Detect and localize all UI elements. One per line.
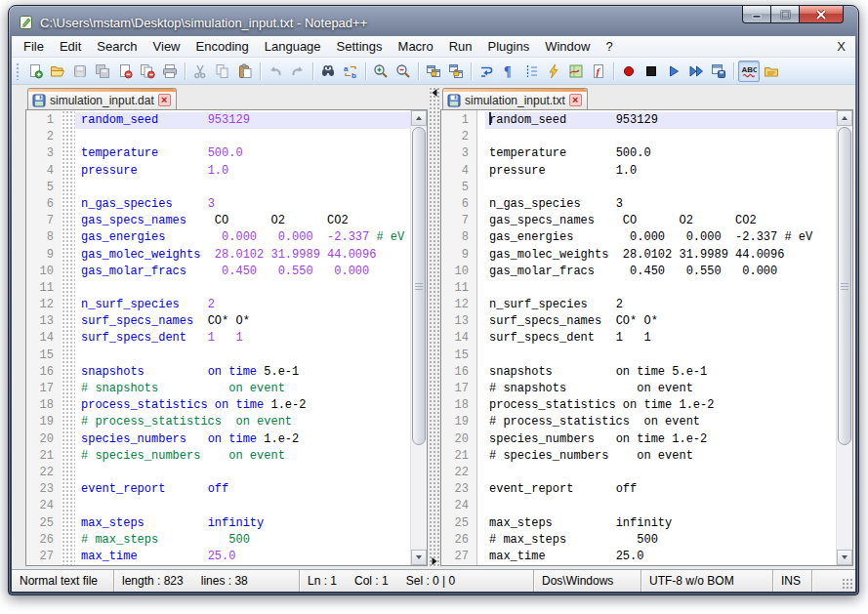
scroll-down-arrow[interactable] <box>411 550 427 565</box>
sync-horizontal-scroll-button[interactable] <box>445 61 467 82</box>
code-text[interactable]: species_numbers on time 1.e-2 <box>485 431 836 448</box>
function-list-button[interactable]: f <box>588 61 609 82</box>
paste-button[interactable] <box>234 61 256 82</box>
code-text[interactable]: temperature 500.0 <box>485 145 836 162</box>
code-text[interactable]: gas_specs_names CO O2 CO2 <box>75 213 410 229</box>
code-text[interactable]: max_steps infinity <box>485 515 836 532</box>
code-text[interactable]: surf_specs_names CO* O* <box>485 313 836 330</box>
code-text[interactable] <box>485 180 836 196</box>
close-document-button[interactable] <box>114 61 136 82</box>
code-text[interactable]: gas_molec_weights 28.0102 31.9989 44.009… <box>485 247 836 264</box>
macro-run-multiple-button[interactable] <box>685 61 707 82</box>
splitter-collapse-right-icon[interactable] <box>432 557 436 565</box>
document-map-button[interactable] <box>565 61 587 82</box>
menu-item-macro[interactable]: Macro <box>391 38 441 55</box>
code-text[interactable]: max_steps infinity <box>75 515 410 532</box>
code-text[interactable]: surf_specs_dent 1 1 <box>485 330 836 347</box>
menu-item-help[interactable]: ? <box>598 38 620 55</box>
macro-playback-button[interactable] <box>663 61 684 82</box>
window-resize-grip[interactable] <box>842 578 853 590</box>
code-text[interactable] <box>485 280 836 297</box>
redo-button[interactable] <box>287 61 309 82</box>
code-text[interactable]: snapshots on time 5.e-1 <box>75 364 410 381</box>
show-all-characters-button[interactable]: ¶ <box>498 61 519 82</box>
text-editor-dat[interactable]: 1random_seed 95312923temperature 500.04p… <box>25 109 428 566</box>
open-folder-button[interactable] <box>47 61 68 82</box>
splitter-collapse-left-icon[interactable] <box>432 89 436 97</box>
code-text[interactable]: max_time 25.0 <box>485 549 836 565</box>
code-text[interactable] <box>75 280 410 297</box>
copy-button[interactable] <box>212 61 233 82</box>
undo-button[interactable] <box>265 61 286 82</box>
code-text[interactable]: surf_specs_names CO* O* <box>75 313 410 330</box>
tab-simulation-input-txt[interactable]: simulation_input.txt <box>442 88 588 109</box>
scroll-up-arrow[interactable] <box>411 110 427 126</box>
status-typing-mode[interactable]: INS <box>772 570 811 592</box>
code-text[interactable]: gas_energies 0.000 0.000 -2.337 # eV <box>485 229 836 246</box>
scroll-up-arrow[interactable] <box>837 110 852 126</box>
close-button[interactable] <box>800 6 844 23</box>
minimize-button[interactable] <box>742 6 771 23</box>
scrollbar-thumb[interactable] <box>412 127 426 445</box>
restore-button[interactable] <box>771 6 800 23</box>
text-editor-txt[interactable]: 1random_seed 95312923temperature 500.04p… <box>440 109 853 566</box>
code-text[interactable] <box>75 348 410 364</box>
macro-record-button[interactable] <box>618 61 640 82</box>
code-text[interactable]: # process_statistics on event <box>485 414 836 430</box>
code-text[interactable]: # max_steps 500 <box>75 532 410 549</box>
status-encoding[interactable]: UTF-8 w/o BOM <box>641 570 772 592</box>
explorer-folder-button[interactable] <box>761 61 782 82</box>
code-text[interactable]: process_statistics on time 1.e-2 <box>485 397 836 414</box>
show-indent-guide-button[interactable] <box>520 61 542 82</box>
menu-item-encoding[interactable]: Encoding <box>188 38 257 55</box>
title-bar[interactable]: C:\Users\mstam\Desktop\simulation_input.… <box>12 9 855 36</box>
code-area[interactable]: 1random_seed 95312923temperature 500.04p… <box>441 110 836 565</box>
menu-item-file[interactable]: File <box>16 38 52 55</box>
code-text[interactable]: # snapshots on event <box>75 381 410 397</box>
tab-close-icon[interactable] <box>569 94 582 106</box>
code-text[interactable]: surf_specs_dent 1 1 <box>75 330 410 347</box>
code-text[interactable]: event_report off <box>485 481 836 498</box>
menu-item-run[interactable]: Run <box>441 38 480 55</box>
macro-save-button[interactable] <box>708 61 729 82</box>
code-text[interactable]: n_gas_species 3 <box>75 196 410 213</box>
code-text[interactable] <box>75 498 410 514</box>
code-text[interactable]: # species_numbers on event <box>75 448 410 465</box>
code-text[interactable]: gas_molar_fracs 0.450 0.550 0.000 <box>485 264 836 280</box>
code-area[interactable]: 1random_seed 95312923temperature 500.04p… <box>26 110 410 565</box>
macro-stop-button[interactable] <box>641 61 662 82</box>
code-text[interactable]: pressure 1.0 <box>75 163 410 180</box>
code-text[interactable] <box>75 129 410 145</box>
code-text[interactable]: # process_statistics on event <box>75 414 410 430</box>
sync-vertical-scroll-button[interactable] <box>423 61 444 82</box>
code-text[interactable]: gas_molec_weights 28.0102 31.9989 44.009… <box>75 247 410 264</box>
code-text[interactable] <box>485 498 836 514</box>
save-button[interactable] <box>69 61 91 82</box>
print-button[interactable] <box>159 61 181 82</box>
tab-close-icon[interactable] <box>158 94 171 106</box>
menu-item-edit[interactable]: Edit <box>52 38 89 55</box>
code-text[interactable] <box>485 129 836 145</box>
code-text[interactable]: # species_numbers on event <box>485 448 836 465</box>
cut-button[interactable] <box>189 61 211 82</box>
code-text[interactable]: # max_steps 500 <box>485 532 836 549</box>
code-text[interactable] <box>75 465 410 481</box>
menu-item-window[interactable]: Window <box>537 38 598 55</box>
code-text[interactable]: event_report off <box>75 481 410 498</box>
menu-item-language[interactable]: Language <box>257 38 329 55</box>
code-text[interactable]: species_numbers on time 1.e-2 <box>75 431 410 448</box>
menu-item-plugins[interactable]: Plugins <box>480 38 538 55</box>
code-text[interactable]: max_time 25.0 <box>75 549 410 565</box>
code-text[interactable]: n_surf_species 2 <box>485 297 836 313</box>
code-text[interactable] <box>485 348 836 364</box>
code-text[interactable]: gas_molar_fracs 0.450 0.550 0.000 <box>75 264 410 280</box>
tab-simulation-input-dat[interactable]: simulation_input.dat <box>27 88 177 109</box>
menubar-close-button[interactable]: X <box>835 39 847 54</box>
menu-item-search[interactable]: Search <box>89 38 145 55</box>
code-text[interactable]: n_gas_species 3 <box>485 196 836 213</box>
code-text[interactable]: pressure 1.0 <box>485 163 836 180</box>
find-button[interactable] <box>317 61 339 82</box>
code-text[interactable]: temperature 500.0 <box>75 145 410 162</box>
code-text[interactable]: # snapshots on event <box>485 381 836 397</box>
menu-item-settings[interactable]: Settings <box>329 38 391 55</box>
